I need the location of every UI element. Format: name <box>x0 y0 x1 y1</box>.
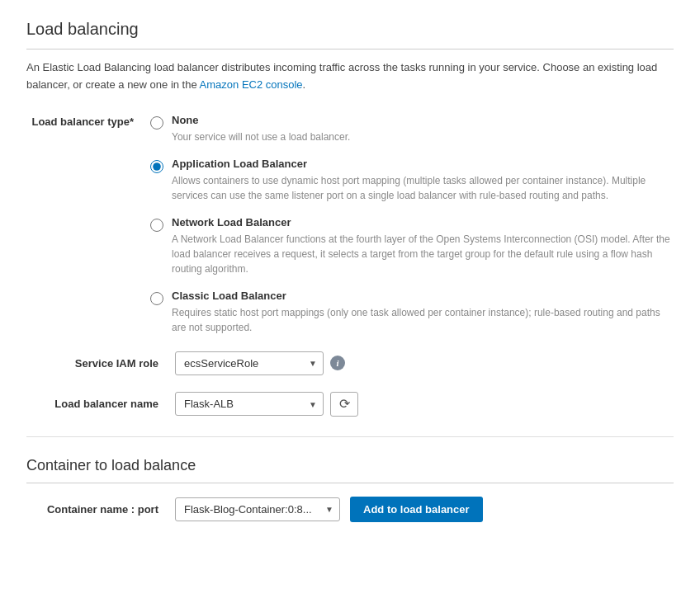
radio-classic[interactable] <box>150 292 163 305</box>
ec2-console-link[interactable]: Amazon EC2 console <box>200 78 303 91</box>
description-text-1: An Elastic Load Balancing load balancer … <box>26 61 657 91</box>
radio-group-load-balancer-type: None Your service will not use a load ba… <box>150 114 674 335</box>
load-balancer-type-label: Load balancer type* <box>26 114 150 128</box>
container-name-port-select-wrapper: Flask-Blog-Container:0:8... ▼ <box>175 497 340 521</box>
service-iam-role-info-icon[interactable]: i <box>330 356 345 370</box>
radio-none[interactable] <box>150 116 163 130</box>
radio-option-none: None Your service will not use a load ba… <box>150 114 674 144</box>
service-iam-role-label: Service IAM role <box>26 357 175 370</box>
description-text-2: . <box>303 78 306 91</box>
radio-classic-desc: Requires static host port mappings (only… <box>172 305 674 335</box>
refresh-button[interactable]: ⟳ <box>330 392 358 417</box>
radio-nlb[interactable] <box>150 219 163 232</box>
load-balancer-type-group: Load balancer type* None Your service wi… <box>26 114 674 335</box>
container-section-title: Container to load balance <box>26 457 674 483</box>
page-title: Load balancing <box>26 20 674 49</box>
radio-none-desc: Your service will not use a load balance… <box>172 130 674 144</box>
radio-nlb-desc: A Network Load Balancer functions at the… <box>172 232 674 276</box>
service-iam-role-group: Service IAM role ecsServiceRole ▼ i <box>26 351 674 375</box>
load-balancer-name-select-wrapper: Flask-ALB ▼ <box>175 392 324 416</box>
radio-option-classic: Classic Load Balancer Requires static ho… <box>150 290 674 335</box>
load-balancer-name-group: Load balancer name Flask-ALB ▼ ⟳ <box>26 392 674 417</box>
radio-alb-content: Application Load Balancer Allows contain… <box>172 158 674 203</box>
radio-alb[interactable] <box>150 160 163 173</box>
radio-nlb-content: Network Load Balancer A Network Load Bal… <box>172 216 674 276</box>
radio-none-content: None Your service will not use a load ba… <box>172 114 674 144</box>
radio-classic-content: Classic Load Balancer Requires static ho… <box>172 290 674 335</box>
radio-option-nlb: Network Load Balancer A Network Load Bal… <box>150 216 674 276</box>
radio-none-label: None <box>172 114 674 126</box>
section-divider <box>26 436 674 437</box>
container-name-port-select[interactable]: Flask-Blog-Container:0:8... <box>175 497 340 521</box>
load-balancer-name-label: Load balancer name <box>26 398 175 410</box>
radio-nlb-label: Network Load Balancer <box>172 216 674 228</box>
radio-alb-label: Application Load Balancer <box>172 158 674 170</box>
radio-option-alb: Application Load Balancer Allows contain… <box>150 158 674 203</box>
service-iam-role-select[interactable]: ecsServiceRole <box>175 351 324 375</box>
radio-alb-desc: Allows containers to use dynamic host po… <box>172 173 674 203</box>
container-name-port-label: Container name : port <box>26 503 175 516</box>
load-balancer-name-select[interactable]: Flask-ALB <box>175 392 324 416</box>
page-description: An Elastic Load Balancing load balancer … <box>26 59 674 94</box>
container-name-port-group: Container name : port Flask-Blog-Contain… <box>26 497 674 522</box>
service-iam-role-select-wrapper: ecsServiceRole ▼ <box>175 351 324 375</box>
add-to-load-balancer-button[interactable]: Add to load balancer <box>350 497 483 522</box>
radio-classic-label: Classic Load Balancer <box>172 290 674 302</box>
